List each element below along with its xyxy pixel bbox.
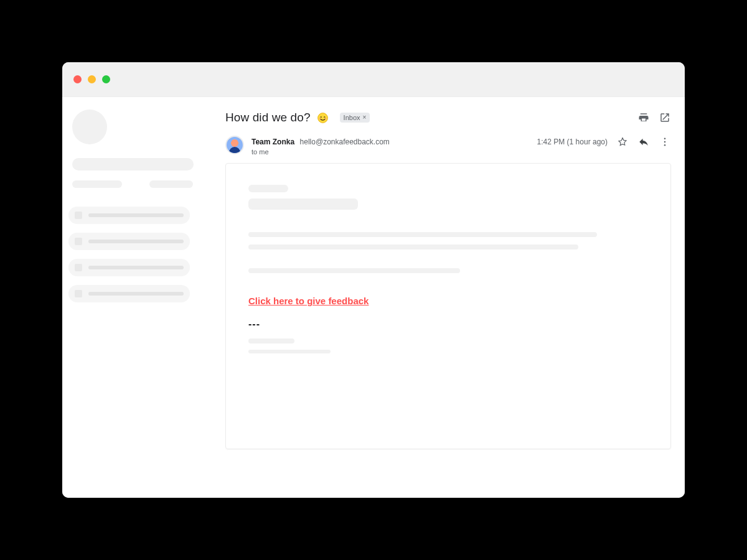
- window-traffic-lights: [73, 75, 110, 83]
- open-new-window-button[interactable]: [659, 111, 671, 124]
- message-timestamp: 1:42 PM (1 hour ago): [537, 138, 608, 146]
- sidebar: [62, 97, 212, 498]
- star-outline-icon: [617, 136, 628, 147]
- body-line-placeholder: [248, 245, 578, 250]
- account-avatar-placeholder[interactable]: [72, 110, 107, 144]
- email-subject: How did we do?: [225, 111, 311, 124]
- more-button[interactable]: [659, 136, 671, 148]
- signature-line-placeholder: [248, 338, 294, 343]
- close-window-button[interactable]: [73, 75, 82, 83]
- sender-line: Team Zonka hello@zonkafeedback.com: [251, 136, 390, 147]
- body-line-placeholder: [248, 268, 460, 273]
- titlebar: [62, 62, 685, 97]
- sidebar-sub-links: [72, 180, 200, 188]
- greeting-placeholder: [248, 185, 288, 192]
- print-button[interactable]: [637, 111, 650, 124]
- signature-line-placeholder: [248, 350, 331, 353]
- sidebar-item-placeholder[interactable]: [68, 207, 190, 224]
- sidebar-nav: [68, 207, 200, 302]
- sender-row: Team Zonka hello@zonkafeedback.com to me…: [225, 136, 671, 156]
- message-body: Click here to give feedback ---: [225, 163, 671, 449]
- minimize-window-button[interactable]: [88, 75, 96, 83]
- svg-point-2: [325, 118, 326, 119]
- feedback-link[interactable]: Click here to give feedback: [248, 296, 369, 306]
- print-icon: [638, 112, 649, 123]
- sidebar-item-placeholder[interactable]: [68, 259, 190, 276]
- app-window: How did we do? Inbox ×: [62, 62, 685, 498]
- label-chip-inbox[interactable]: Inbox ×: [340, 113, 370, 123]
- svg-point-0: [317, 113, 327, 123]
- zoom-window-button[interactable]: [102, 75, 110, 83]
- headline-placeholder: [248, 198, 358, 210]
- body-line-placeholder: [248, 232, 597, 237]
- remove-label-icon[interactable]: ×: [363, 114, 367, 121]
- svg-point-4: [664, 141, 666, 143]
- star-button[interactable]: [616, 136, 629, 148]
- sender-name: Team Zonka: [251, 138, 294, 146]
- sender-avatar[interactable]: [225, 136, 244, 154]
- sidebar-sublink-placeholder[interactable]: [72, 180, 122, 188]
- signature-divider: ---: [248, 319, 648, 330]
- svg-point-3: [664, 138, 666, 139]
- sidebar-sublink-placeholder[interactable]: [149, 180, 193, 188]
- more-vertical-icon: [659, 136, 670, 147]
- open-external-icon: [659, 112, 670, 123]
- reply-icon: [638, 136, 649, 147]
- smile-emoji-icon: [317, 112, 329, 124]
- compose-button-placeholder[interactable]: [72, 158, 194, 170]
- message-pane: How did we do? Inbox ×: [212, 97, 685, 498]
- svg-point-1: [319, 118, 320, 119]
- subject-row: How did we do? Inbox ×: [225, 111, 671, 124]
- sender-email: hello@zonkafeedback.com: [300, 138, 390, 146]
- sidebar-item-placeholder[interactable]: [68, 285, 190, 302]
- svg-point-5: [664, 144, 666, 146]
- sidebar-item-placeholder[interactable]: [68, 233, 190, 250]
- label-chip-text: Inbox: [344, 114, 360, 121]
- reply-button[interactable]: [637, 136, 650, 148]
- recipient-line[interactable]: to me: [251, 148, 390, 156]
